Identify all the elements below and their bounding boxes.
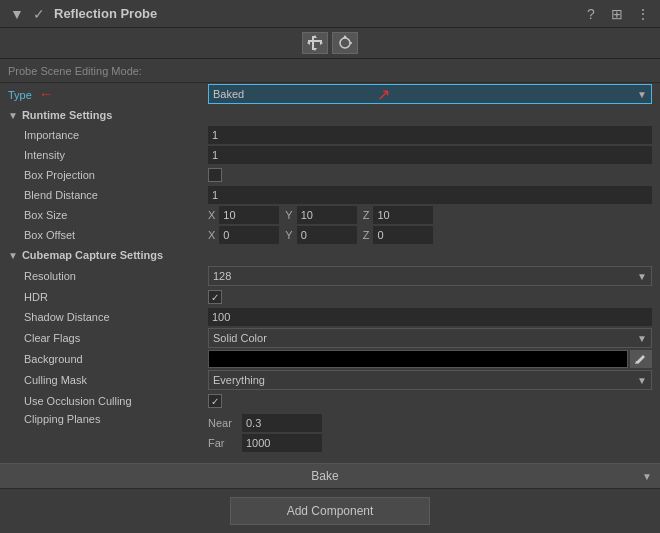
clear-flags-dropdown-arrow: ▼ (637, 333, 647, 344)
box-size-z-input[interactable] (373, 206, 433, 224)
reflection-probe-panel: ▼ ✓ Reflection Probe ? ⊞ ⋮ (0, 0, 660, 533)
importance-input[interactable] (208, 126, 652, 144)
panel-header: ▼ ✓ Reflection Probe ? ⊞ ⋮ (0, 0, 660, 28)
shadow-distance-label: Shadow Distance (8, 311, 208, 323)
type-dropdown-arrow: ▼ (637, 89, 647, 100)
clear-flags-dropdown-value: Solid Color (213, 332, 267, 344)
box-offset-y-input[interactable] (297, 226, 357, 244)
importance-label: Importance (8, 129, 208, 141)
editing-mode-bar: Probe Scene Editing Mode: (0, 59, 660, 83)
background-color-swatch[interactable] (208, 350, 628, 368)
box-size-label: Box Size (8, 209, 208, 221)
culling-mask-value: Everything ▼ (208, 370, 652, 390)
box-offset-x-label: X (208, 229, 215, 241)
svg-rect-1 (308, 40, 322, 42)
culling-mask-dropdown[interactable]: Everything ▼ (208, 370, 652, 390)
hdr-checkbox[interactable] (208, 290, 222, 304)
box-offset-x-input[interactable] (219, 226, 279, 244)
header-icons-left: ▼ ✓ (8, 5, 48, 23)
box-size-y-input[interactable] (297, 206, 357, 224)
background-row: Background (0, 349, 660, 369)
shadow-distance-row: Shadow Distance (0, 307, 660, 327)
box-size-x-input[interactable] (219, 206, 279, 224)
type-dropdown[interactable]: Baked ▼ (208, 84, 652, 104)
runtime-section-label: Runtime Settings (22, 109, 112, 121)
far-input[interactable] (242, 434, 322, 452)
cubemap-section-arrow: ▼ (8, 250, 18, 261)
use-occlusion-value (208, 394, 652, 408)
intensity-label: Intensity (8, 149, 208, 161)
box-projection-row: Box Projection (0, 165, 660, 185)
content-area: Type ← Baked ▼ ↗ ▼ Runtime Settings Impo… (0, 83, 660, 463)
use-occlusion-checkbox[interactable] (208, 394, 222, 408)
background-label: Background (8, 353, 208, 365)
shadow-distance-value (208, 308, 652, 326)
box-offset-value: X Y Z (208, 226, 652, 244)
type-red-arrow: ← (39, 86, 53, 102)
box-projection-checkbox[interactable] (208, 168, 222, 182)
svg-rect-0 (312, 36, 314, 50)
visibility-icon[interactable]: ✓ (30, 5, 48, 23)
add-component-button[interactable]: Add Component (230, 497, 430, 525)
menu-icon[interactable]: ⋮ (634, 5, 652, 23)
svg-marker-7 (343, 35, 347, 38)
bake-row: Bake ▼ (0, 463, 660, 489)
box-offset-y-label: Y (285, 229, 292, 241)
bake-label: Bake (8, 469, 642, 483)
clipping-planes-label: Clipping Planes (8, 413, 208, 425)
header-icons-right: ? ⊞ ⋮ (582, 5, 652, 23)
resolution-dropdown-value: 128 (213, 270, 231, 282)
intensity-value (208, 146, 652, 164)
resolution-value: 128 ▼ (208, 266, 652, 286)
clear-flags-row: Clear Flags Solid Color ▼ (0, 327, 660, 349)
clipping-planes-value: Near Far (208, 413, 652, 453)
near-label: Near (208, 417, 236, 429)
intensity-input[interactable] (208, 146, 652, 164)
help-icon[interactable]: ? (582, 5, 600, 23)
box-offset-z-input[interactable] (373, 226, 433, 244)
near-input[interactable] (242, 414, 322, 432)
move-tool-button[interactable] (302, 32, 328, 54)
clear-flags-dropdown[interactable]: Solid Color ▼ (208, 328, 652, 348)
blend-distance-value (208, 186, 652, 204)
resolution-dropdown[interactable]: 128 ▼ (208, 266, 652, 286)
background-value (208, 350, 652, 368)
rotate-tool-button[interactable] (332, 32, 358, 54)
background-color-edit-button[interactable] (630, 350, 652, 368)
culling-mask-dropdown-value: Everything (213, 374, 265, 386)
cubemap-settings-header[interactable]: ▼ Cubemap Capture Settings (0, 245, 660, 265)
layout-icon[interactable]: ⊞ (608, 5, 626, 23)
panel-title: Reflection Probe (48, 6, 582, 21)
type-label: Type ← (8, 86, 208, 102)
expand-arrow-icon[interactable]: ▼ (8, 5, 26, 23)
blend-distance-label: Blend Distance (8, 189, 208, 201)
box-projection-label: Box Projection (8, 169, 208, 181)
hdr-row: HDR (0, 287, 660, 307)
editing-mode-label: Probe Scene Editing Mode: (8, 65, 142, 77)
intensity-row: Intensity (0, 145, 660, 165)
box-size-value: X Y Z (208, 206, 652, 224)
box-offset-row: Box Offset X Y Z (0, 225, 660, 245)
box-size-z-label: Z (363, 209, 370, 221)
far-row: Far (208, 433, 652, 453)
blend-distance-input[interactable] (208, 186, 652, 204)
hdr-label: HDR (8, 291, 208, 303)
shadow-distance-input[interactable] (208, 308, 652, 326)
runtime-section-arrow: ▼ (8, 110, 18, 121)
bake-dropdown-arrow[interactable]: ▼ (642, 471, 652, 482)
importance-row: Importance (0, 125, 660, 145)
culling-mask-row: Culling Mask Everything ▼ (0, 369, 660, 391)
hdr-value (208, 290, 652, 304)
box-offset-xyz: X Y Z (208, 226, 652, 244)
culling-mask-label: Culling Mask (8, 374, 208, 386)
box-size-xyz: X Y Z (208, 206, 652, 224)
clear-flags-label: Clear Flags (8, 332, 208, 344)
box-projection-value (208, 168, 652, 182)
use-occlusion-row: Use Occlusion Culling (0, 391, 660, 411)
near-far-group: Near Far (208, 413, 652, 453)
box-offset-label: Box Offset (8, 229, 208, 241)
resolution-row: Resolution 128 ▼ (0, 265, 660, 287)
runtime-settings-header[interactable]: ▼ Runtime Settings (0, 105, 660, 125)
box-offset-z-label: Z (363, 229, 370, 241)
culling-mask-dropdown-arrow: ▼ (637, 375, 647, 386)
